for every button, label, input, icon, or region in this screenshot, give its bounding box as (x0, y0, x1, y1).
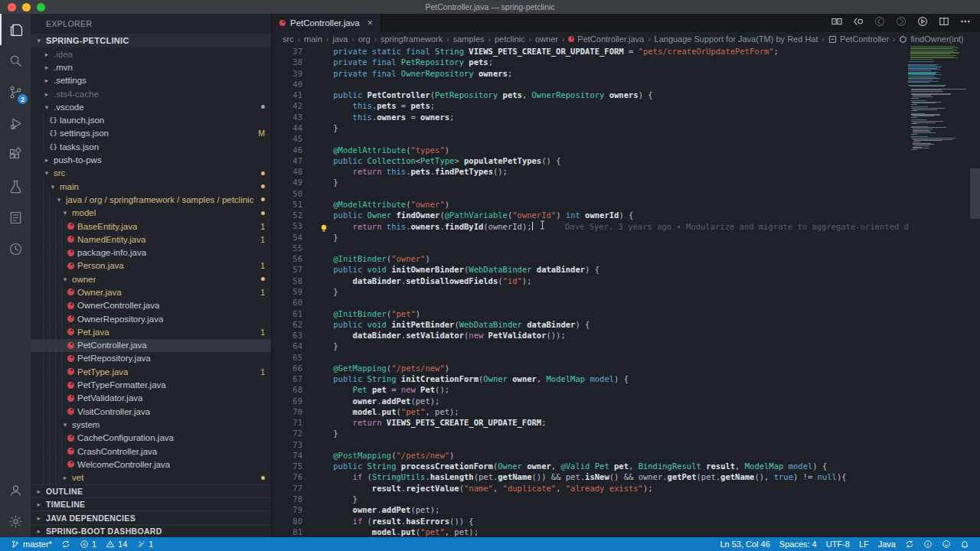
line-number: 66 (272, 364, 302, 373)
tree-root-header[interactable]: ▾ SPRING-PETCLINIC (31, 34, 271, 47)
code-line-68: 68 Pet pet = new Pet(); (272, 384, 908, 395)
code-editor[interactable]: 37 private static final String VIEWS_PET… (272, 46, 908, 537)
minimap[interactable] (908, 46, 969, 537)
warnings-indicator[interactable]: 14 (101, 540, 132, 549)
breadcrumb-separator: › (487, 35, 492, 44)
run-icon[interactable] (917, 16, 928, 30)
tree-item-launch-json[interactable]: {}launch.json (31, 113, 271, 126)
code-line-48: 48 return this.pets.findPetTypes(); (272, 166, 908, 177)
tree-item-system[interactable]: ▾system (31, 418, 271, 431)
breadcrumb-item-src[interactable]: src (283, 34, 294, 44)
cursor-position[interactable]: Ln 53, Col 46 (715, 540, 774, 549)
breadcrumb-item-findowner-int-[interactable]: findOwner(int) (899, 34, 963, 44)
notifications-bell[interactable] (956, 540, 974, 549)
feedback[interactable] (937, 540, 956, 549)
zoom-window-button[interactable] (37, 3, 45, 11)
tree-item-cacheconfiguration-java[interactable]: CacheConfiguration.java (31, 432, 271, 445)
open-changes-icon[interactable] (831, 16, 842, 30)
tree-item--idea[interactable]: ▸.idea (31, 47, 271, 60)
breadcrumb-item-springframework[interactable]: springframework (381, 34, 443, 44)
extensions-icon[interactable] (0, 139, 31, 171)
breadcrumb-item-language-support-for-java-tm-by-red-hat[interactable]: Language Support for Java(TM) by Red Hat (655, 34, 818, 44)
references-icon[interactable] (0, 202, 31, 233)
tree-item-welcomecontroller-java[interactable]: WelcomeController.java (31, 458, 271, 471)
tree-item-pettype-java[interactable]: PetType.java1 (31, 365, 271, 378)
tree-item-settings-json[interactable]: {}settings.jsonM (31, 127, 271, 140)
compare-previous-icon[interactable] (853, 16, 864, 30)
tree-item-label: VisitController.java (77, 407, 150, 416)
tree-item--settings[interactable]: ▸.settings (31, 74, 271, 87)
tree-item-owner-java[interactable]: Owner.java1 (31, 285, 271, 298)
encoding[interactable]: UTF-8 (822, 540, 854, 549)
test-flask-icon[interactable] (0, 171, 31, 202)
section-timeline[interactable]: ▸TIMELINE (31, 497, 271, 510)
tree-item-pet-java[interactable]: Pet.java1 (31, 325, 271, 338)
tree-item-owner[interactable]: ▾owner (31, 272, 271, 285)
tree-item-ownerrepository-java[interactable]: OwnerRepository.java (31, 312, 271, 325)
tree-item-petcontroller-java[interactable]: PetController.java (31, 339, 271, 352)
vertical-scrollbar[interactable] (970, 168, 980, 219)
indentation[interactable]: Spaces: 4 (775, 540, 822, 549)
tree-item-crashcontroller-java[interactable]: CrashController.java (31, 445, 271, 458)
vscode-window: PetController.java — spring-petclinic 2 … (0, 0, 980, 551)
breadcrumb-item-petclinic[interactable]: petclinic (495, 34, 525, 44)
split-editor-icon[interactable] (939, 16, 949, 30)
language-mode[interactable]: Java (874, 540, 900, 549)
more-actions-icon[interactable] (960, 16, 971, 30)
tree-item--mvn[interactable]: ▸.mvn (31, 60, 271, 73)
tree-item-pettypeformatter-java[interactable]: PetTypeFormatter.java (31, 378, 271, 391)
settings-gear-icon[interactable] (0, 506, 31, 537)
java-dashboard-icon[interactable] (0, 233, 31, 265)
run-debug-icon[interactable] (0, 108, 31, 139)
tree-item-baseentity-java[interactable]: BaseEntity.java1 (31, 220, 271, 233)
tree-item--sts4-cache[interactable]: ▸.sts4-cache (31, 87, 271, 100)
breadcrumb-item-petcontroller-java[interactable]: PetController.java (568, 34, 644, 44)
tree-item-model[interactable]: ▾model (31, 207, 271, 220)
tree-item-vet[interactable]: ▸vet (31, 471, 271, 484)
errors-indicator[interactable]: 1 (75, 540, 101, 549)
tree-item-ownercontroller-java[interactable]: OwnerController.java (31, 299, 271, 312)
line-number: 74 (272, 451, 302, 460)
tree-item-src[interactable]: ▾src (31, 167, 271, 180)
breadcrumb-item-main[interactable]: main (304, 34, 322, 44)
tree-item-petrepository-java[interactable]: PetRepository.java (31, 352, 271, 365)
minimize-window-button[interactable] (22, 3, 31, 11)
section-java-dependencies[interactable]: ▸JAVA DEPENDENCIES (31, 510, 271, 523)
tree-item-visitcontroller-java[interactable]: VisitController.java (31, 405, 271, 418)
breadcrumb-item-samples[interactable]: samples (453, 34, 485, 44)
code-line-38: 38 private final PetRepository pets; (272, 57, 908, 67)
eol[interactable]: LF (854, 540, 874, 549)
account-icon[interactable] (0, 474, 31, 506)
java-status[interactable] (919, 540, 937, 549)
chevron-down-icon: ▾ (55, 196, 63, 204)
tree-item-petvalidator-java[interactable]: PetValidator.java (31, 392, 271, 405)
close-window-button[interactable] (8, 3, 16, 11)
search-icon[interactable] (0, 45, 31, 77)
breadcrumb-item-owner[interactable]: owner (535, 34, 558, 44)
tree-item-main[interactable]: ▾main (31, 180, 271, 193)
git-branch-indicator[interactable]: master* (6, 540, 57, 549)
close-tab-icon[interactable]: × (368, 18, 373, 28)
tree-item-package-info-java[interactable]: package-info.java (31, 246, 271, 259)
breadcrumb-separator: › (646, 35, 652, 44)
tasks-indicator[interactable]: 1 (132, 540, 158, 549)
breadcrumb-item-org[interactable]: org (358, 34, 371, 44)
activity-bar: 2 (0, 14, 31, 537)
tree-item-namedentity-java[interactable]: NamedEntity.java1 (31, 233, 271, 246)
tab-petcontroller[interactable]: PetController.java × (272, 14, 381, 32)
explorer-icon[interactable] (0, 14, 31, 45)
chevron-right-icon: ▸ (43, 51, 51, 58)
section-outline[interactable]: ▸OUTLINE (31, 484, 271, 497)
tree-item-person-java[interactable]: Person.java1 (31, 259, 271, 272)
tree-item-java-org-springframework-samples-petclinic[interactable]: ▾java / org / springframework / samples … (31, 193, 271, 206)
tree-item-tasks-json[interactable]: {}tasks.json (31, 140, 271, 153)
section-spring-boot-dashboard[interactable]: ▸SPRING-BOOT DASHBOARD (31, 524, 271, 537)
breadcrumb-item-java[interactable]: java (332, 34, 348, 44)
java-sync[interactable] (900, 540, 919, 549)
tree-item--vscode[interactable]: ▾.vscode (31, 100, 271, 113)
sync-button[interactable] (57, 540, 75, 549)
source-control-icon[interactable]: 2 (0, 77, 31, 108)
tree-item-push-to-pws[interactable]: ▸push-to-pws (31, 153, 271, 166)
breadcrumb-item-petcontroller[interactable]: PetController (828, 34, 889, 44)
line-number: 59 (272, 287, 302, 296)
